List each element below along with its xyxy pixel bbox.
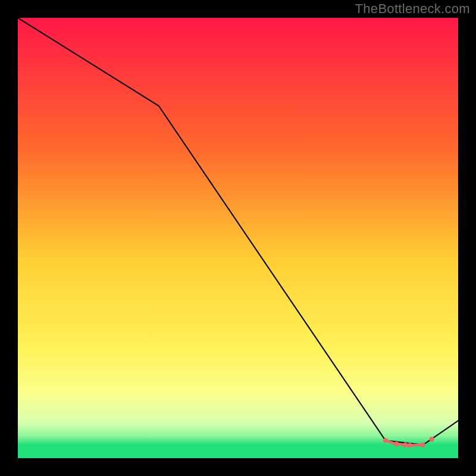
chart-svg bbox=[18, 18, 458, 458]
plot-area bbox=[18, 18, 458, 458]
watermark-text: TheBottleneck.com bbox=[355, 1, 470, 17]
heatmap-background bbox=[18, 18, 458, 458]
chart-frame: TheBottleneck.com bbox=[0, 0, 476, 476]
marker-point bbox=[429, 437, 434, 441]
